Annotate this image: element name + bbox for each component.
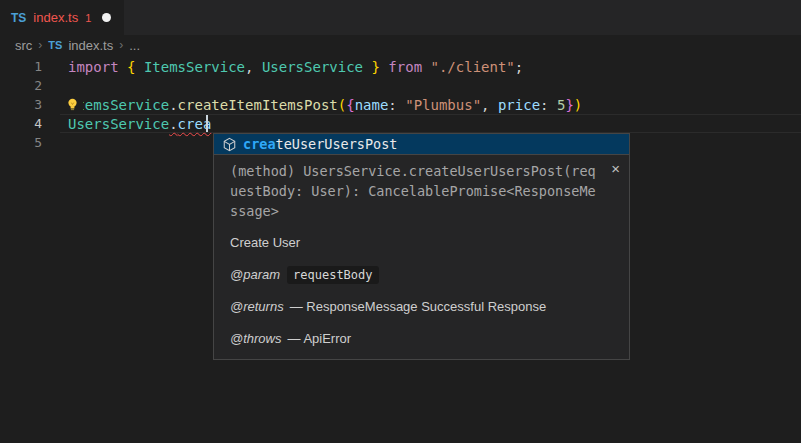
line-number: 5 xyxy=(0,135,42,150)
docs-tag-returns: @returns— ResponseMessage Successful Res… xyxy=(230,297,613,317)
chevron-right-icon: › xyxy=(119,38,123,52)
token: import xyxy=(68,59,127,75)
tab-label: index.ts xyxy=(33,10,78,25)
tag-text: — ResponseMessage Successful Response xyxy=(290,299,547,314)
token: } xyxy=(565,97,573,113)
token: } xyxy=(363,59,388,75)
suggestion-item-selected[interactable]: createUserUsersPost xyxy=(214,134,629,155)
code-line-1: 1 import { ItemsService, UsersService } … xyxy=(0,57,801,76)
suggestion-match-text: crea xyxy=(243,136,276,152)
chevron-right-icon: › xyxy=(38,38,42,52)
token: : xyxy=(388,97,405,113)
token: ItemsService xyxy=(68,97,169,113)
tag-label: @throws xyxy=(230,331,282,346)
code-text: ItemsService.createItemItemsPost({name: … xyxy=(68,97,582,113)
tab-error-badge: 1 xyxy=(85,12,91,24)
suggestion-docs-panel: (method) UsersService.createUserUsersPos… xyxy=(214,155,629,359)
token: createItemItemsPost xyxy=(178,97,338,113)
token: . xyxy=(169,97,177,113)
token: ( xyxy=(338,97,346,113)
token: , xyxy=(245,59,262,75)
intellisense-suggest-widget: createUserUsersPost (method) UsersServic… xyxy=(213,133,630,360)
error-squiggle: .crea xyxy=(169,116,211,132)
tab-index-ts[interactable]: TS index.ts 1 xyxy=(0,0,124,35)
text-cursor xyxy=(206,115,208,132)
close-icon[interactable]: × xyxy=(611,161,620,176)
tab-bar: TS index.ts 1 xyxy=(0,0,801,35)
suggestion-rest-text: teUserUsersPost xyxy=(276,136,398,152)
docs-tag-param: @paramrequestBody xyxy=(230,265,613,285)
breadcrumb-symbol[interactable]: ... xyxy=(129,38,140,53)
line-number: 1 xyxy=(0,59,42,74)
suggestion-label: createUserUsersPost xyxy=(243,136,397,152)
breadcrumb-folder[interactable]: src xyxy=(15,38,32,53)
line-number: 3 xyxy=(0,97,42,112)
docs-tag-throws: @throws— ApiError xyxy=(230,329,613,349)
code-text: UsersService.crea xyxy=(68,116,211,132)
line-number-active: 4 xyxy=(0,116,42,131)
code-line-2: 2 xyxy=(0,76,801,95)
token: { xyxy=(127,59,144,75)
code-line-3: 3 ItemsService.createItemItemsPost({name… xyxy=(0,95,801,114)
token: { xyxy=(346,97,354,113)
param-name-chip: requestBody xyxy=(287,266,378,284)
token: from xyxy=(388,59,430,75)
token: : xyxy=(540,97,557,113)
token: . xyxy=(169,116,177,132)
token: ItemsService xyxy=(144,59,245,75)
line-number: 2 xyxy=(0,78,42,93)
code-text: import { ItemsService, UsersService } fr… xyxy=(68,59,523,75)
typescript-file-icon: TS xyxy=(11,11,26,25)
token: "Plumbus" xyxy=(405,97,481,113)
token: ) xyxy=(574,97,582,113)
tag-label: @param xyxy=(230,267,280,282)
tag-label: @returns xyxy=(230,299,284,314)
tag-text: — ApiError xyxy=(288,331,352,346)
breadcrumb-file[interactable]: index.ts xyxy=(68,38,113,53)
lightbulb-code-action-icon[interactable] xyxy=(62,96,83,113)
token: UsersService xyxy=(262,59,363,75)
breadcrumb: src › TS index.ts › ... xyxy=(0,35,801,55)
docs-summary: Create User xyxy=(230,233,613,253)
typescript-file-icon: TS xyxy=(48,39,62,51)
code-line-4: 4 UsersService.crea xyxy=(0,114,801,133)
token: ; xyxy=(515,59,523,75)
token: , xyxy=(481,97,498,113)
method-signature: (method) UsersService.createUserUsersPos… xyxy=(230,161,613,221)
token: "./client" xyxy=(431,59,515,75)
token: UsersService xyxy=(68,116,169,132)
symbol-method-icon xyxy=(222,137,237,152)
modified-dot-icon[interactable] xyxy=(102,13,111,22)
token: name xyxy=(355,97,389,113)
token: price xyxy=(498,97,540,113)
